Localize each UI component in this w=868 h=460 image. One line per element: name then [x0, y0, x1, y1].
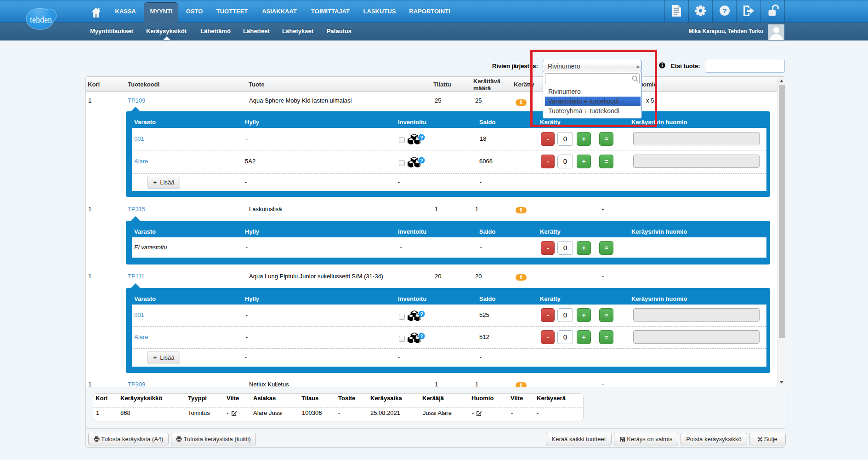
svg-text:?: ? — [722, 7, 726, 15]
svg-text:tehden: tehden — [30, 15, 52, 24]
